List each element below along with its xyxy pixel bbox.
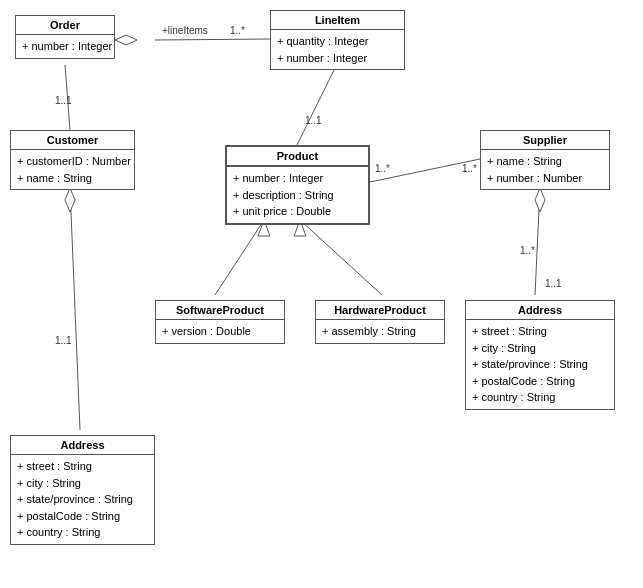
class-product-title: Product <box>227 147 368 167</box>
class-supplier-title: Supplier <box>481 131 609 150</box>
class-order-attrs: + number : Integer <box>16 35 114 58</box>
class-supplier-attr-1: + name : String <box>487 153 603 170</box>
svg-marker-1 <box>115 35 137 45</box>
svg-line-4 <box>70 188 80 430</box>
label-supplier-address-mult: 1..* <box>520 245 535 256</box>
uml-diagram: +lineItems 1..* 1..1 1..1 1..* 1..* 1..*… <box>0 0 643 588</box>
class-address-customer-attr-2: + city : String <box>17 475 148 492</box>
class-customer-attrs: + customerID : Number + name : String <box>11 150 134 189</box>
class-hardwareproduct-attr-1: + assembly : String <box>322 323 438 340</box>
class-address-customer-title: Address <box>11 436 154 455</box>
class-lineitem: LineItem + quantity : Integer + number :… <box>270 10 405 70</box>
label-supplier-address-mult2: 1..1 <box>545 278 562 289</box>
class-address-supplier-attrs: + street : String + city : String + stat… <box>466 320 614 409</box>
svg-line-0 <box>155 39 270 40</box>
class-address-supplier-attr-2: + city : String <box>472 340 608 357</box>
label-lineitems-mult: 1..* <box>230 25 245 36</box>
class-order-title: Order <box>16 16 114 35</box>
class-address-supplier-attr-4: + postalCode : String <box>472 373 608 390</box>
class-customer-title: Customer <box>11 131 134 150</box>
class-lineitem-attr-2: + number : Integer <box>277 50 398 67</box>
class-address-supplier: Address + street : String + city : Strin… <box>465 300 615 410</box>
class-address-customer-attr-1: + street : String <box>17 458 148 475</box>
class-lineitem-attrs: + quantity : Integer + number : Integer <box>271 30 404 69</box>
class-lineitem-title: LineItem <box>271 11 404 30</box>
class-address-customer-attr-3: + state/province : String <box>17 491 148 508</box>
class-product-attr-1: + number : Integer <box>233 170 362 187</box>
svg-line-9 <box>215 220 264 295</box>
class-product: Product + number : Integer + description… <box>225 145 370 225</box>
label-lineitem-product-mult: 1..1 <box>305 115 322 126</box>
class-address-customer-attr-4: + postalCode : String <box>17 508 148 525</box>
svg-line-2 <box>297 68 335 145</box>
svg-marker-5 <box>65 188 75 212</box>
class-address-customer-attr-5: + country : String <box>17 524 148 541</box>
label-product-supplier-1: 1..* <box>375 163 390 174</box>
svg-marker-8 <box>535 188 545 212</box>
class-order: Order + number : Integer <box>15 15 115 59</box>
class-softwareproduct-title: SoftwareProduct <box>156 301 284 320</box>
class-order-attr-1: + number : Integer <box>22 38 108 55</box>
class-customer: Customer + customerID : Number + name : … <box>10 130 135 190</box>
class-product-attr-2: + description : String <box>233 187 362 204</box>
label-customer-address-mult: 1..1 <box>55 335 72 346</box>
label-order-customer: 1..1 <box>55 95 72 106</box>
class-address-supplier-attr-5: + country : String <box>472 389 608 406</box>
class-softwareproduct-attrs: + version : Double <box>156 320 284 343</box>
class-supplier-attrs: + name : String + number : Number <box>481 150 609 189</box>
svg-line-11 <box>300 220 382 295</box>
class-supplier-attr-2: + number : Number <box>487 170 603 187</box>
svg-line-7 <box>535 188 540 295</box>
class-softwareproduct-attr-1: + version : Double <box>162 323 278 340</box>
class-lineitem-attr-1: + quantity : Integer <box>277 33 398 50</box>
class-customer-attr-2: + name : String <box>17 170 128 187</box>
label-lineitems: +lineItems <box>162 25 208 36</box>
class-address-supplier-title: Address <box>466 301 614 320</box>
class-product-attrs: + number : Integer + description : Strin… <box>227 167 368 223</box>
class-supplier: Supplier + name : String + number : Numb… <box>480 130 610 190</box>
class-customer-attr-1: + customerID : Number <box>17 153 128 170</box>
label-product-supplier-2: 1..* <box>462 163 477 174</box>
class-address-customer-attrs: + street : String + city : String + stat… <box>11 455 154 544</box>
class-address-supplier-attr-3: + state/province : String <box>472 356 608 373</box>
class-address-supplier-attr-1: + street : String <box>472 323 608 340</box>
class-softwareproduct: SoftwareProduct + version : Double <box>155 300 285 344</box>
class-address-customer: Address + street : String + city : Strin… <box>10 435 155 545</box>
class-hardwareproduct-title: HardwareProduct <box>316 301 444 320</box>
class-hardwareproduct-attrs: + assembly : String <box>316 320 444 343</box>
class-hardwareproduct: HardwareProduct + assembly : String <box>315 300 445 344</box>
class-product-attr-3: + unit price : Double <box>233 203 362 220</box>
